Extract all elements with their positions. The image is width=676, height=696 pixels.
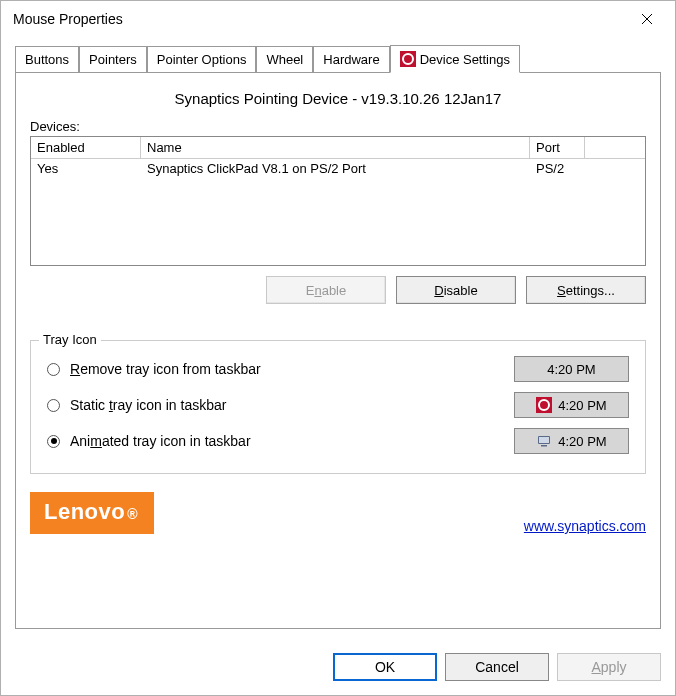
driver-version-text: Synaptics Pointing Device - v19.3.10.26 … [30,86,646,113]
col-header-port[interactable]: Port [530,137,585,158]
tab-label: Pointer Options [157,52,247,67]
titlebar: Mouse Properties [1,1,675,37]
col-header-enabled[interactable]: Enabled [31,137,141,158]
cell-name: Synaptics ClickPad V8.1 on PS/2 Port [141,159,530,178]
tray-preview-animated: 4:20 PM [514,428,629,454]
tab-device-settings[interactable]: Device Settings [390,45,520,73]
tray-time: 4:20 PM [547,362,595,377]
tab-label: Pointers [89,52,137,67]
device-settings-panel: Synaptics Pointing Device - v19.3.10.26 … [15,72,661,629]
lenovo-logo: Lenovo® [30,492,154,534]
svg-rect-7 [539,437,549,443]
close-button[interactable] [625,4,669,34]
settings-button[interactable]: Settings... [526,276,646,304]
radio-remove[interactable] [47,363,60,376]
tab-pointer-options[interactable]: Pointer Options [147,46,257,72]
tab-label: Device Settings [420,52,510,67]
col-header-pad [585,137,645,158]
cancel-button[interactable]: Cancel [445,653,549,681]
cell-enabled: Yes [31,159,141,178]
devices-section: Devices: Enabled Name Port Yes Synaptics… [30,123,646,304]
cell-pad [585,159,645,178]
synaptics-link[interactable]: www.synaptics.com [524,518,646,534]
table-row[interactable]: Yes Synaptics ClickPad V8.1 on PS/2 Port… [31,159,645,178]
ok-button[interactable]: OK [333,653,437,681]
radio-label-animated: Animated tray icon in taskbar [70,433,504,449]
tab-label: Buttons [25,52,69,67]
footer-logos: Lenovo® www.synaptics.com [30,484,646,534]
content-area: Buttons Pointers Pointer Options Wheel H… [1,37,675,643]
col-header-name[interactable]: Name [141,137,530,158]
touchpad-animated-icon [536,433,552,449]
devices-label: Devices: [30,119,646,134]
cell-port: PS/2 [530,159,585,178]
tray-icon-legend: Tray Icon [39,332,101,347]
disable-button[interactable]: Disable [396,276,516,304]
close-icon [641,13,653,25]
tab-label: Wheel [266,52,303,67]
radio-static[interactable] [47,399,60,412]
window-title: Mouse Properties [13,11,625,27]
tray-option-static[interactable]: Static tray icon in taskbar 4:20 PM [43,387,633,423]
tab-hardware[interactable]: Hardware [313,46,389,72]
synaptics-icon [400,51,416,67]
tab-label: Hardware [323,52,379,67]
mouse-properties-window: Mouse Properties Buttons Pointers Pointe… [0,0,676,696]
devices-header-row: Enabled Name Port [31,137,645,159]
enable-button: Enable [266,276,386,304]
tray-preview-remove: 4:20 PM [514,356,629,382]
apply-button: Apply [557,653,661,681]
tab-buttons[interactable]: Buttons [15,46,79,72]
tray-preview-static: 4:20 PM [514,392,629,418]
tray-time: 4:20 PM [558,434,606,449]
radio-label-remove: Remove tray icon from taskbar [70,361,504,377]
synaptics-tray-icon [536,397,552,413]
radio-animated[interactable] [47,435,60,448]
svg-rect-8 [541,445,547,447]
radio-label-static: Static tray icon in taskbar [70,397,504,413]
tab-pointers[interactable]: Pointers [79,46,147,72]
tray-option-remove[interactable]: Remove tray icon from taskbar 4:20 PM [43,351,633,387]
tab-strip: Buttons Pointers Pointer Options Wheel H… [15,44,661,73]
tray-option-animated[interactable]: Animated tray icon in taskbar 4:20 PM [43,423,633,459]
tray-icon-group: Tray Icon Remove tray icon from taskbar … [30,340,646,474]
tab-wheel[interactable]: Wheel [256,46,313,72]
device-buttons-row: Enable Disable Settings... [30,266,646,304]
tray-time: 4:20 PM [558,398,606,413]
devices-table[interactable]: Enabled Name Port Yes Synaptics ClickPad… [30,136,646,266]
dialog-buttons: OK Cancel Apply [1,643,675,695]
